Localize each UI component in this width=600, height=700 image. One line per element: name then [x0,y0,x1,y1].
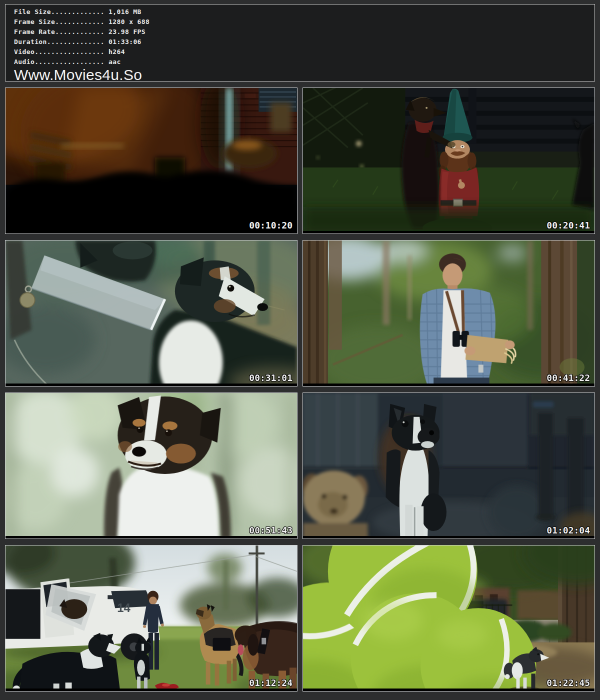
video-codec-value: h264 [108,48,125,56]
timestamp-overlay: 01:22:45 [546,678,590,688]
media-info-row-frame-size: Frame Size............1280 x 688 [14,17,594,27]
scene-cone-dog [6,240,297,386]
timestamp-overlay: 00:31:01 [249,372,292,383]
metal-box [270,103,292,132]
tongue [238,644,244,656]
pine-trunk-right [541,240,594,386]
timestamp-overlay: 01:02:04 [546,525,590,536]
file-size-label: File Size [14,8,51,16]
duration-value: 01:33:06 [108,38,142,46]
dots-leader: ............. [51,8,104,16]
media-info-row-duration: Duration..............01:33:06 [14,37,594,47]
screenshot-grid: 00:10:20 [5,88,595,692]
site-watermark: Www.Movies4u.So [14,67,594,82]
audio-codec-label: Audio [14,58,34,66]
screenshot-thumb-4: 00:41:22 [302,240,595,386]
dots-leader: ............ [55,28,104,36]
utility-pole [256,546,258,628]
media-info-row-audio: Audio.................aac [14,57,594,67]
dots-leader: ................. [34,58,104,66]
video-codec-label: Video [14,48,34,56]
scene-aussie-closeup [6,393,297,538]
media-info-row-file-size: File Size.............1,016 MB [14,7,594,17]
screenshot-thumb-1: 00:10:20 [5,88,298,234]
media-info-panel: File Size.............1,016 MB Frame Siz… [5,4,595,82]
collar-tag [20,292,35,308]
timestamp-overlay: 00:10:20 [249,220,292,230]
dots-leader: ............ [55,18,104,26]
screenshot-thumb-5: 00:51:43 [5,392,298,539]
screenshot-thumb-6: 01:02:04 [302,392,595,539]
frame-size-value: 1280 x 688 [108,18,150,26]
van-number: 14 [117,601,130,614]
dots-leader: .............. [47,38,104,46]
audio-codec-value: aac [108,58,121,66]
dots-leader: ................. [34,48,104,56]
scene-boston-terrier [303,393,594,538]
timestamp-overlay: 00:20:41 [546,220,590,230]
screenshot-thumb-8: 01:22:45 [302,545,595,692]
scene-tennis-balls [303,546,594,691]
file-size-value: 1,016 MB [108,8,142,16]
scene-dark-alley [6,88,297,234]
scene-forest-man [303,240,594,386]
screenshot-thumb-7: 14 [5,545,298,692]
scene-k9-field: 14 [6,546,297,691]
media-info-row-frame-rate: Frame Rate............23.98 FPS [14,27,594,37]
timestamp-overlay: 01:12:24 [249,678,292,688]
duration-label: Duration [14,38,47,46]
frame-rate-value: 23.98 FPS [108,28,146,36]
blurred-tan-dog [303,470,368,538]
screenshot-thumb-3: 00:31:01 [5,240,298,386]
screenshot-sheet: File Size.............1,016 MB Frame Siz… [0,0,600,700]
scene-gnome-night [303,88,594,234]
frame-size-label: Frame Size [14,18,55,26]
media-info-row-video: Video.................h264 [14,47,594,57]
frame-rate-label: Frame Rate [14,28,55,36]
timestamp-overlay: 00:51:43 [249,525,292,536]
screenshot-thumb-2: 00:20:41 [302,88,595,234]
timestamp-overlay: 00:41:22 [546,372,590,383]
